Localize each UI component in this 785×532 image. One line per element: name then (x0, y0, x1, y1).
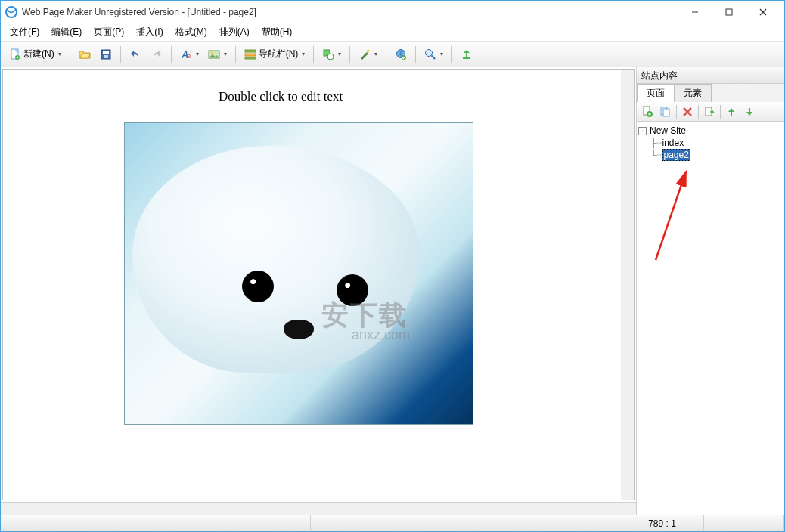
status-left (1, 515, 311, 531)
maximize-button[interactable] (712, 2, 746, 23)
image-button[interactable]: ▾ (204, 45, 231, 64)
status-right (704, 515, 784, 531)
svg-rect-15 (245, 50, 256, 52)
script-button[interactable]: ▾ (355, 45, 381, 64)
arrow-up-icon (726, 107, 737, 117)
open-button[interactable] (75, 45, 95, 64)
seal-eye (242, 271, 274, 302)
toolbar: ✦ 新建(N) ▾ Aa▾ ▾ 导航栏(N) ▾ ▾ ▾ ▾ (1, 42, 784, 67)
canvas-viewport[interactable]: Double click to edit text 安下载 anxz.com (2, 69, 635, 500)
separator (415, 46, 416, 63)
undo-button[interactable] (126, 45, 145, 64)
new-page-label: 新建(N) (23, 48, 54, 60)
navbar-button[interactable]: 导航栏(N) ▾ (240, 45, 309, 64)
title-bar: Web Page Maker Unregistered Version - [U… (1, 1, 784, 23)
chevron-down-icon: ▾ (440, 51, 443, 57)
zoom-button[interactable]: ▾ (420, 45, 447, 64)
canvas-area: Double click to edit text 安下载 anxz.com (1, 67, 636, 515)
svg-point-20 (368, 49, 370, 51)
separator (120, 46, 121, 63)
seal-eye (337, 274, 368, 306)
tab-pages[interactable]: 页面 (637, 84, 675, 102)
close-button[interactable] (746, 2, 780, 23)
svg-point-19 (327, 54, 334, 60)
window-title: Web Page Maker Unregistered Version - [U… (22, 7, 678, 17)
status-coords: 789 : 1 (621, 515, 704, 531)
tree-branch-icon: ├┈ (650, 138, 662, 148)
folder-open-icon (79, 48, 91, 60)
clone-page-button[interactable] (658, 104, 673, 119)
tree-item-label: index (662, 138, 684, 148)
image-element[interactable]: 安下载 anxz.com (124, 122, 473, 425)
move-down-button[interactable] (742, 104, 757, 119)
shape-button[interactable]: ▾ (318, 45, 345, 64)
page-copy-icon (659, 106, 672, 118)
publish-button[interactable] (457, 45, 476, 64)
seal-body (132, 146, 420, 373)
tree-item-label: page2 (662, 149, 690, 161)
chevron-down-icon: ▾ (58, 51, 61, 57)
horizontal-scrollbar[interactable] (1, 502, 636, 515)
redo-button[interactable] (147, 45, 166, 64)
save-button[interactable] (96, 45, 116, 64)
separator (698, 105, 699, 119)
menu-edit[interactable]: 编辑(E) (45, 24, 88, 40)
svg-line-24 (432, 55, 436, 59)
tree-item-page2[interactable]: └┈ page2 (638, 149, 783, 161)
svg-rect-10 (104, 55, 108, 58)
globe-icon (395, 48, 407, 60)
panel-tabs: 页面 元素 (637, 84, 784, 102)
svg-rect-17 (245, 57, 256, 59)
menu-file[interactable]: 文件(F) (4, 24, 45, 40)
preview-button[interactable] (391, 45, 411, 64)
svg-point-23 (426, 49, 433, 56)
chevron-down-icon: ▾ (338, 51, 341, 57)
move-up-button[interactable] (724, 104, 739, 119)
annotation-arrow (652, 165, 697, 264)
separator (720, 105, 721, 119)
separator (349, 46, 350, 63)
redo-icon (150, 48, 163, 60)
text-element[interactable]: Double click to edit text (219, 89, 343, 104)
menu-help[interactable]: 帮助(H) (256, 24, 299, 40)
page-properties-button[interactable] (702, 104, 717, 119)
collapse-icon[interactable]: − (638, 127, 647, 135)
separator (235, 46, 236, 63)
site-tree[interactable]: − New Site ├┈ index └┈ page2 (637, 122, 784, 515)
svg-text:a: a (187, 52, 191, 60)
text-button[interactable]: Aa▾ (176, 45, 203, 64)
menu-page[interactable]: 页面(P) (88, 24, 130, 40)
separator (70, 46, 70, 63)
new-page-button[interactable]: ✦ 新建(N) ▾ (5, 45, 65, 64)
navbar-icon (244, 48, 256, 60)
minimize-button[interactable] (678, 2, 712, 23)
delete-page-button[interactable] (680, 104, 695, 119)
svg-rect-29 (663, 109, 669, 116)
menu-insert[interactable]: 插入(I) (130, 24, 169, 40)
svg-line-33 (656, 172, 686, 260)
chevron-down-icon: ▾ (374, 51, 377, 57)
panel-title: 站点内容 (637, 67, 784, 84)
chevron-down-icon: ▾ (224, 51, 227, 57)
page-canvas[interactable]: Double click to edit text 安下载 anxz.com (3, 70, 634, 500)
tab-elements[interactable]: 元素 (674, 84, 712, 102)
menu-arrange[interactable]: 排列(A) (213, 24, 256, 40)
chevron-down-icon: ▾ (302, 51, 305, 57)
vertical-scrollbar[interactable] (621, 70, 634, 500)
separator (171, 46, 172, 63)
site-contents-panel: 站点内容 页面 元素 − New Site (636, 67, 784, 515)
upload-icon (461, 48, 473, 60)
wand-icon (358, 48, 371, 60)
separator (313, 46, 314, 63)
app-icon (5, 6, 17, 18)
menu-format[interactable]: 格式(M) (169, 24, 213, 40)
tree-item-index[interactable]: ├┈ index (638, 137, 783, 149)
workspace: Double click to edit text 安下载 anxz.com 站… (1, 67, 784, 515)
separator (676, 105, 677, 119)
undo-icon (129, 48, 141, 60)
separator (386, 46, 386, 63)
text-icon: Aa (180, 48, 192, 60)
add-page-button[interactable] (640, 104, 655, 119)
tree-root[interactable]: − New Site (638, 125, 783, 137)
svg-rect-2 (726, 9, 732, 15)
